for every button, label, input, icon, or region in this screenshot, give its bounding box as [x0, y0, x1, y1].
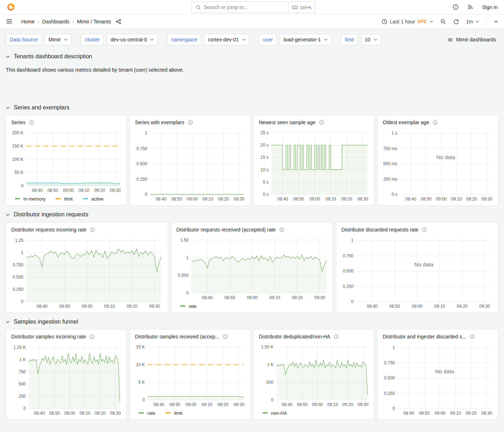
section-header-series[interactable]: Series and exemplars	[6, 104, 498, 111]
time-series-chart[interactable]: 0 s250 ms500 ms750 ms1 s08:4008:5009:000…	[381, 127, 494, 203]
legend-label: in-memory	[23, 196, 45, 202]
news-rss-icon[interactable]	[467, 4, 473, 10]
time-series-chart[interactable]: 00.50011.5008:4008:5009:0009:1009:2009:3…	[175, 235, 329, 302]
svg-text:0.250: 0.250	[13, 287, 23, 292]
svg-text:08:50: 08:50	[421, 197, 432, 202]
time-series-chart[interactable]: 05 K10 K15 K08:4008:5009:0009:1009:2009:…	[134, 342, 247, 409]
chevron-down-icon	[476, 20, 479, 23]
legend-item[interactable]: rate	[180, 303, 197, 309]
legend-swatch	[139, 412, 144, 414]
legend-label: rate	[189, 303, 197, 309]
svg-text:09:30: 09:30	[480, 304, 490, 309]
svg-text:09:20: 09:20	[292, 295, 302, 300]
panel-title[interactable]: Distributor requests received (accepted)…	[176, 227, 276, 233]
refresh-icon[interactable]	[453, 19, 459, 24]
legend-label: active	[91, 196, 104, 202]
svg-text:08:40: 08:40	[367, 304, 378, 309]
panel-title[interactable]: Series	[11, 120, 26, 125]
info-icon[interactable]	[422, 227, 427, 232]
help-icon[interactable]	[453, 4, 459, 10]
legend-item[interactable]: limit	[55, 196, 72, 202]
panel-title[interactable]: Distributor discarded requests rate	[341, 227, 418, 233]
info-icon[interactable]	[470, 334, 475, 339]
svg-text:0 s: 0 s	[392, 192, 397, 197]
mimir-dashboards-button[interactable]: Mimir dashboards	[445, 34, 498, 45]
cluster-select[interactable]: dev-us-central-0	[107, 34, 158, 45]
svg-text:0: 0	[271, 397, 274, 402]
time-series-chart[interactable]: 05001 K1.50 K08:4008:5009:0009:1009:2009…	[257, 342, 370, 409]
svg-text:0: 0	[351, 299, 354, 304]
time-range-picker[interactable]: Last 1 hour UTC	[382, 19, 433, 24]
menu-toggle-icon[interactable]	[6, 18, 13, 25]
panel-title[interactable]: Newest seen sample age	[259, 120, 315, 125]
panel-title[interactable]: Distributor samples incoming rate	[11, 334, 86, 339]
keyboard-shortcut-chip: ctrl+k	[288, 2, 315, 13]
legend-item[interactable]: active	[83, 196, 104, 202]
svg-text:08:50: 08:50	[59, 304, 70, 309]
info-icon[interactable]	[279, 227, 284, 232]
info-icon[interactable]	[223, 334, 228, 339]
section-header-funnel[interactable]: Samples ingestion funnel	[6, 319, 498, 325]
svg-text:09:00: 09:00	[435, 411, 445, 416]
time-series-chart[interactable]: 050 K100 K150 K200 K08:4008:5009:0009:10…	[10, 127, 123, 194]
svg-text:1: 1	[186, 255, 189, 260]
legend-item[interactable]: in-memory	[15, 196, 45, 202]
time-series-chart[interactable]: 00.2500.5000.75011.2508:4008:5009:0009:1…	[10, 235, 164, 310]
panel-title[interactable]: Distributor deduplicated/non-HA	[259, 334, 330, 339]
breadcrumb-dashboards[interactable]: Dashboards	[42, 19, 69, 24]
legend-label: limit	[64, 196, 72, 202]
search-box[interactable]: ctrl+k	[192, 1, 315, 13]
zoom-out-time-icon[interactable]	[440, 19, 446, 24]
limit-select[interactable]: 10	[361, 34, 381, 45]
info-icon[interactable]	[90, 334, 95, 339]
legend-item[interactable]: non-HA	[262, 410, 287, 416]
section-header-description[interactable]: Tenants dashboard description	[6, 53, 498, 60]
svg-text:150 K: 150 K	[12, 144, 23, 149]
panel-title[interactable]: Series with exemplars	[135, 120, 184, 125]
grafana-logo[interactable]	[6, 3, 15, 12]
time-series-chart[interactable]: 00.2500.5000.750108:4008:5009:0009:1009:…	[340, 235, 494, 310]
svg-text:200 K: 200 K	[12, 130, 23, 135]
legend-swatch	[83, 198, 88, 199]
info-icon[interactable]	[188, 120, 193, 125]
namespace-select[interactable]: cortex-dev-01	[204, 34, 250, 45]
legend-item[interactable]: limit	[165, 410, 182, 416]
legend-label: rate	[147, 410, 155, 416]
time-series-chart[interactable]: 02505007501 K1.25 K08:4008:5009:0009:100…	[10, 342, 123, 417]
info-icon[interactable]	[90, 227, 95, 232]
search-input[interactable]	[204, 4, 288, 10]
panel-title[interactable]: Distributor requests incoming rate	[11, 227, 86, 233]
user-select[interactable]: load-generator-1	[280, 34, 332, 45]
info-icon[interactable]	[29, 120, 34, 125]
svg-text:08:50: 08:50	[224, 295, 235, 300]
svg-text:0.250: 0.250	[136, 177, 147, 182]
svg-text:1: 1	[21, 250, 23, 255]
panel-title[interactable]: Oldest exemplar age	[383, 120, 429, 125]
datasource-select[interactable]: Mimir	[45, 34, 72, 45]
svg-text:09:20: 09:20	[466, 411, 477, 416]
svg-text:0.500: 0.500	[136, 161, 147, 166]
panel-title[interactable]: Distributor and ingester discarded s...	[383, 334, 466, 339]
chevron-down-icon	[6, 55, 10, 58]
time-series-chart[interactable]: 00.2500.5000.750108:4008:5009:0009:1009:…	[134, 127, 247, 203]
breadcrumb-home[interactable]: Home	[21, 19, 35, 24]
collapse-controls-icon[interactable]	[494, 20, 498, 23]
legend-item[interactable]: rate	[139, 410, 155, 416]
filter-datasource: Data Source Mimir	[6, 34, 72, 45]
panel-title[interactable]: Distributor samples received (accep...	[135, 334, 219, 339]
time-series-chart[interactable]: 0 s5 s10 s15 s20 s25 s08:4008:5009:0009:…	[257, 127, 370, 203]
info-icon[interactable]	[319, 120, 324, 125]
clock-icon	[382, 19, 387, 24]
panel-legend: in-memorylimitactive	[10, 194, 123, 203]
share-dashboard-icon[interactable]	[116, 19, 121, 24]
section-header-ingestion[interactable]: Distributor ingestion requests	[6, 211, 498, 218]
info-icon[interactable]	[433, 120, 438, 125]
filter-label: user	[259, 34, 276, 45]
sign-in-link[interactable]: Sign in	[482, 4, 498, 10]
time-series-chart[interactable]: 00.2500.5000.750108:4008:5009:0009:1009:…	[381, 342, 494, 417]
svg-text:09:00: 09:00	[309, 197, 320, 202]
refresh-interval-picker[interactable]: 1m	[466, 19, 479, 24]
svg-text:20 s: 20 s	[261, 143, 269, 148]
svg-text:250: 250	[19, 394, 26, 399]
info-icon[interactable]	[334, 334, 339, 339]
